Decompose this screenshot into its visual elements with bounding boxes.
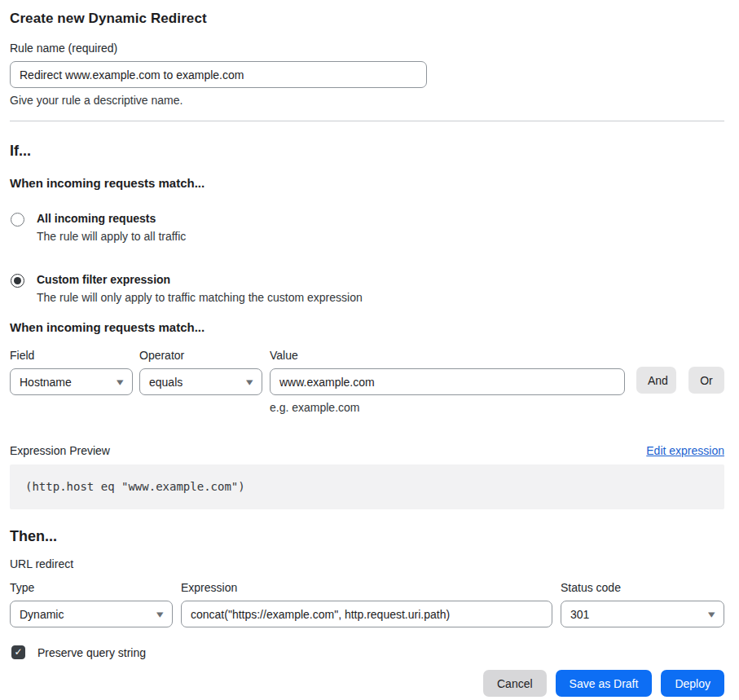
radio-option-custom-expression[interactable]: Custom filter expression The rule will o… xyxy=(10,273,724,304)
chevron-down-icon: ▾ xyxy=(708,609,715,619)
value-label: Value xyxy=(270,349,625,362)
field-select-value: Hostname xyxy=(20,376,72,389)
rule-name-section: Rule name (required) Give your rule a de… xyxy=(10,42,724,107)
radio-button-icon[interactable] xyxy=(11,274,24,288)
filter-builder-row: Field Hostname ▾ Operator equals ▾ Value… xyxy=(10,349,724,414)
section-divider xyxy=(10,121,724,121)
expression-preview-label: Expression Preview xyxy=(10,444,110,457)
radio-option-all-incoming[interactable]: All incoming requests The rule will appl… xyxy=(10,212,724,243)
chevron-down-icon: ▾ xyxy=(246,376,253,387)
type-select[interactable]: Dynamic ▾ xyxy=(10,601,173,627)
save-as-draft-button[interactable]: Save as Draft xyxy=(556,670,653,697)
edit-expression-link[interactable]: Edit expression xyxy=(646,444,724,457)
redirect-expression-input[interactable] xyxy=(181,601,552,627)
cancel-button[interactable]: Cancel xyxy=(483,670,547,697)
preserve-query-label: Preserve query string xyxy=(37,646,146,659)
url-redirect-label: URL redirect xyxy=(10,557,724,570)
footer-actions: Cancel Save as Draft Deploy xyxy=(10,670,724,697)
preserve-query-checkbox[interactable]: ✓ xyxy=(11,645,25,659)
redirect-settings-row: Type Dynamic ▾ Expression Status code 30… xyxy=(10,581,724,627)
radio-all-description: The rule will apply to all traffic xyxy=(37,230,186,243)
match-subheading: When incoming requests match... xyxy=(10,176,724,190)
type-select-value: Dynamic xyxy=(20,608,64,621)
type-label: Type xyxy=(10,581,173,594)
then-heading: Then... xyxy=(10,527,724,545)
if-heading: If... xyxy=(10,142,724,160)
match-radio-group: All incoming requests The rule will appl… xyxy=(10,212,724,304)
expression-preview-code: (http.host eq "www.example.com") xyxy=(10,464,724,509)
value-helper: e.g. example.com xyxy=(270,401,625,414)
status-code-label: Status code xyxy=(561,581,724,594)
radio-button-icon[interactable] xyxy=(11,213,24,227)
preserve-query-row[interactable]: ✓ Preserve query string xyxy=(10,645,724,659)
filter-subheading: When incoming requests match... xyxy=(10,320,724,334)
status-code-select[interactable]: 301 ▾ xyxy=(561,601,724,627)
radio-all-label: All incoming requests xyxy=(37,212,186,225)
operator-label: Operator xyxy=(139,349,262,362)
operator-select[interactable]: equals ▾ xyxy=(139,368,262,395)
radio-custom-description: The rule will only apply to traffic matc… xyxy=(37,291,363,304)
redirect-expression-label: Expression xyxy=(181,581,552,594)
rule-name-input[interactable] xyxy=(10,61,427,88)
and-button[interactable]: And xyxy=(636,367,676,394)
checkmark-icon: ✓ xyxy=(14,646,22,658)
create-redirect-form: Create new Dynamic Redirect Rule name (r… xyxy=(0,0,739,697)
chevron-down-icon: ▾ xyxy=(117,376,123,387)
field-label: Field xyxy=(10,349,133,362)
field-select[interactable]: Hostname ▾ xyxy=(10,368,133,395)
radio-custom-label: Custom filter expression xyxy=(37,273,363,286)
page-title: Create new Dynamic Redirect xyxy=(10,10,724,28)
chevron-down-icon: ▾ xyxy=(156,609,163,619)
value-input[interactable] xyxy=(270,368,625,395)
rule-name-helper: Give your rule a descriptive name. xyxy=(10,94,724,107)
status-code-value: 301 xyxy=(570,608,589,621)
expression-preview-header: Expression Preview Edit expression xyxy=(10,444,724,457)
rule-name-label: Rule name (required) xyxy=(10,42,724,55)
operator-select-value: equals xyxy=(149,376,183,389)
or-button[interactable]: Or xyxy=(688,367,724,394)
deploy-button[interactable]: Deploy xyxy=(661,670,724,697)
